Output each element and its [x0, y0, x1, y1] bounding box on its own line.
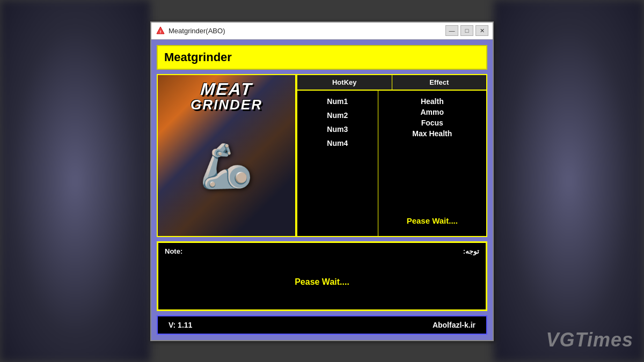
- note-arabic-label: :توجه: [463, 247, 479, 255]
- game-character-art: 🦾: [200, 141, 253, 191]
- note-content: Pease Wait....: [165, 260, 479, 305]
- hotkey-effect-2: Ammo: [384, 107, 481, 117]
- svg-text:!: !: [160, 29, 162, 34]
- hotkey-header: HotKey Effect: [297, 75, 486, 91]
- titlebar: ! Meatgrinder(ABO) — □ ✕: [151, 23, 493, 40]
- hotkey-key-1: Num1: [303, 96, 372, 107]
- vgtimes-watermark: VGTimes: [546, 329, 633, 351]
- note-wait-text: Pease Wait....: [295, 277, 349, 287]
- close-button[interactable]: ✕: [475, 25, 488, 36]
- hotkey-key-2: Num2: [303, 110, 372, 121]
- hotkey-panel: HotKey Effect Num1 Num2 Num3 Num4 Health…: [296, 74, 487, 237]
- game-title-meat: MEAT: [157, 80, 296, 98]
- hotkey-rows: Num1 Num2 Num3 Num4 Health Ammo Focus Ma…: [297, 91, 486, 236]
- version-text: V: 1.11: [169, 321, 192, 329]
- app-title: Meatgrinder: [164, 50, 232, 64]
- main-window: ! Meatgrinder(ABO) — □ ✕ Meatgrinder MEA…: [150, 21, 494, 341]
- game-title-overlay: MEAT GRINDER: [158, 80, 295, 112]
- note-header: Note: :توجه: [165, 247, 479, 255]
- minimize-button[interactable]: —: [445, 25, 458, 36]
- app-title-bar: Meatgrinder: [157, 45, 487, 70]
- hotkey-col-header: HotKey: [297, 75, 392, 90]
- window-body: Meatgrinder MEAT GRINDER 🦾 HotKey Effect: [151, 40, 493, 340]
- game-art: MEAT GRINDER 🦾: [158, 75, 295, 236]
- game-title-grinder: GRINDER: [158, 98, 295, 112]
- note-panel: Note: :توجه Pease Wait....: [157, 241, 487, 311]
- note-label: Note:: [165, 247, 182, 255]
- app-icon: !: [156, 26, 165, 35]
- hotkey-effects-col: Health Ammo Focus Max Health Pease Wait.…: [378, 91, 486, 236]
- hotkey-key-4: Num4: [303, 138, 372, 149]
- effect-col-header: Effect: [392, 75, 487, 90]
- website-text: Abolfazl-k.ir: [433, 321, 475, 329]
- hotkey-effect-1: Health: [384, 96, 481, 107]
- maximize-button[interactable]: □: [460, 25, 473, 36]
- version-bar: V: 1.11 Abolfazl-k.ir: [157, 315, 487, 335]
- main-content: MEAT GRINDER 🦾 HotKey Effect Num1 Num2 N…: [157, 74, 487, 237]
- hotkey-effect-3: Focus: [384, 117, 481, 128]
- window-controls: — □ ✕: [445, 25, 488, 36]
- game-image-panel: MEAT GRINDER 🦾: [157, 74, 296, 237]
- background-left: [0, 0, 150, 362]
- hotkey-keys-col: Num1 Num2 Num3 Num4: [297, 91, 378, 236]
- hotkey-wait-text: Pease Wait....: [384, 205, 481, 231]
- window-title: Meatgrinder(ABO): [169, 27, 445, 35]
- hotkey-key-3: Num3: [303, 124, 372, 135]
- hotkey-effect-4: Max Health: [384, 128, 481, 139]
- background-right: [494, 0, 644, 362]
